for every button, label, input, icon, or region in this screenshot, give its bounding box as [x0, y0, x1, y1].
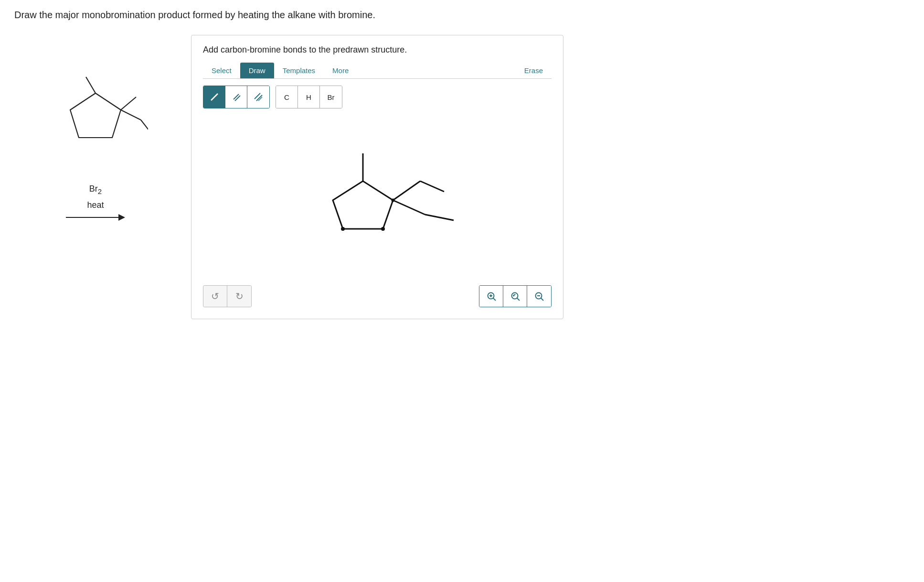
svg-line-6 — [235, 96, 240, 101]
svg-point-16 — [341, 227, 345, 231]
svg-line-14 — [393, 200, 425, 215]
svg-line-15 — [425, 215, 454, 220]
undo-redo-group: ↺ ↻ — [203, 285, 252, 307]
question-text: Draw the major monobromination product f… — [14, 10, 910, 21]
tab-more[interactable]: More — [324, 63, 357, 78]
bond-triple-button[interactable] — [247, 86, 269, 108]
reagent-line2: heat — [87, 199, 104, 211]
main-layout: Br2 heat Add carbon-bromine bonds to the… — [14, 35, 910, 319]
svg-line-13 — [420, 181, 444, 192]
molecule-canvas-svg — [258, 125, 497, 268]
tab-draw[interactable]: Draw — [240, 63, 274, 78]
svg-point-18 — [392, 199, 395, 202]
svg-line-5 — [234, 94, 239, 99]
tab-templates[interactable]: Templates — [274, 63, 324, 78]
svg-point-17 — [381, 227, 385, 231]
svg-line-20 — [493, 298, 496, 301]
left-panel: Br2 heat — [14, 35, 177, 221]
reagent-line1: Br2 — [89, 183, 102, 196]
svg-line-4 — [211, 94, 218, 100]
reactant-molecule — [43, 64, 148, 169]
zoom-out-button[interactable] — [527, 286, 551, 307]
zoom-group — [479, 285, 552, 307]
zoom-in-button[interactable] — [479, 286, 503, 307]
tab-erase[interactable]: Erase — [516, 63, 552, 78]
svg-line-12 — [393, 181, 420, 200]
drawing-panel: Add carbon-bromine bonds to the predrawn… — [191, 35, 563, 319]
tool-row: C H Br — [203, 86, 552, 108]
svg-line-26 — [541, 298, 544, 301]
atom-hydrogen-button[interactable]: H — [298, 86, 320, 108]
instruction-text: Add carbon-bromine bonds to the predrawn… — [203, 45, 552, 55]
bond-single-button[interactable] — [203, 86, 225, 108]
svg-line-1 — [121, 110, 141, 120]
svg-line-0 — [86, 77, 96, 93]
svg-marker-10 — [333, 181, 393, 229]
bond-group — [203, 86, 270, 108]
zoom-reset-button[interactable] — [503, 286, 527, 307]
svg-line-24 — [517, 298, 520, 301]
svg-line-2 — [141, 120, 148, 135]
bond-double-button[interactable] — [225, 86, 247, 108]
tab-select[interactable]: Select — [203, 63, 240, 78]
atom-group: C H Br — [276, 86, 342, 108]
redo-button[interactable]: ↻ — [227, 286, 251, 307]
drawing-canvas[interactable] — [203, 115, 552, 278]
toolbar-tabs: Select Draw Templates More Erase — [203, 63, 552, 79]
svg-line-3 — [121, 97, 136, 110]
reaction-arrow-area: Br2 heat — [66, 183, 125, 221]
undo-button[interactable]: ↺ — [203, 286, 227, 307]
reaction-arrow — [66, 214, 125, 221]
bottom-toolbar: ↺ ↻ — [203, 285, 552, 307]
atom-bromine-button[interactable]: Br — [320, 86, 342, 108]
atom-carbon-button[interactable]: C — [276, 86, 298, 108]
